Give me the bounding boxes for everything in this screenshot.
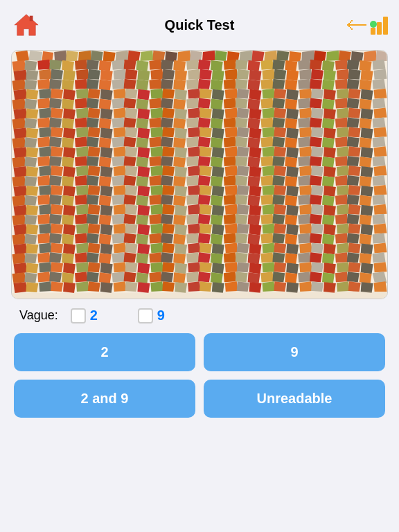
svg-marker-17 <box>190 51 202 61</box>
svg-marker-751 <box>361 282 373 293</box>
svg-marker-449 <box>337 185 350 195</box>
home-button[interactable] <box>11 10 42 40</box>
svg-marker-463 <box>136 195 149 206</box>
svg-marker-630 <box>348 242 361 253</box>
answer-button-unreadable[interactable]: Unreadable <box>204 380 385 418</box>
svg-marker-731 <box>114 281 127 292</box>
svg-marker-226 <box>173 118 186 129</box>
answer-button-9[interactable]: 9 <box>204 333 385 371</box>
svg-marker-423 <box>14 186 28 197</box>
svg-marker-498 <box>200 204 212 215</box>
svg-marker-743 <box>262 281 275 292</box>
svg-marker-327 <box>311 146 323 157</box>
svg-marker-706 <box>173 272 186 283</box>
svg-marker-190 <box>100 109 113 120</box>
vague-checkbox-2[interactable] <box>71 308 86 323</box>
svg-marker-527 <box>186 214 200 224</box>
svg-marker-375 <box>162 166 175 176</box>
vague-checkbox-9[interactable] <box>138 308 153 323</box>
svg-marker-465 <box>161 195 173 205</box>
svg-marker-568 <box>323 224 336 236</box>
back-button[interactable]: 🡐 <box>346 14 368 36</box>
svg-marker-16 <box>177 51 191 62</box>
svg-marker-506 <box>299 204 312 215</box>
svg-marker-252 <box>125 127 138 137</box>
svg-marker-95 <box>37 79 51 89</box>
svg-marker-289 <box>211 137 223 148</box>
svg-marker-508 <box>323 205 336 216</box>
svg-marker-305 <box>39 146 52 157</box>
svg-marker-470 <box>224 195 237 205</box>
svg-marker-148 <box>323 89 336 100</box>
svg-marker-692 <box>374 262 387 272</box>
vague-option-2[interactable]: 2 <box>71 308 98 323</box>
svg-marker-564 <box>274 224 286 234</box>
svg-marker-553 <box>138 224 150 236</box>
svg-marker-240 <box>347 117 360 127</box>
svg-marker-280 <box>99 137 112 148</box>
svg-marker-403 <box>136 176 149 187</box>
svg-marker-42 <box>124 60 136 70</box>
svg-marker-454 <box>24 195 37 206</box>
svg-marker-615 <box>162 242 175 253</box>
svg-marker-401 <box>112 175 125 186</box>
svg-marker-563 <box>262 224 275 234</box>
svg-marker-153 <box>12 99 26 110</box>
svg-marker-499 <box>212 205 224 216</box>
svg-marker-746 <box>299 281 312 292</box>
svg-marker-735 <box>162 281 175 292</box>
svg-marker-142 <box>249 89 262 100</box>
answer-button-2[interactable]: 2 <box>14 333 195 371</box>
svg-marker-624 <box>274 242 286 253</box>
svg-marker-175 <box>285 99 297 110</box>
svg-marker-588 <box>198 233 211 244</box>
svg-marker-458 <box>75 195 88 205</box>
vague-option-9[interactable]: 9 <box>138 308 165 323</box>
svg-marker-318 <box>200 146 212 157</box>
svg-marker-90 <box>348 69 361 80</box>
svg-marker-136 <box>175 89 187 100</box>
svg-marker-427 <box>63 186 76 197</box>
svg-marker-104 <box>149 79 162 89</box>
svg-marker-448 <box>323 186 336 197</box>
svg-marker-581 <box>112 233 125 244</box>
svg-marker-25 <box>289 51 301 62</box>
svg-marker-135 <box>162 89 175 99</box>
svg-marker-308 <box>76 146 89 157</box>
svg-marker-492 <box>125 204 138 215</box>
svg-marker-537 <box>310 214 322 224</box>
ishihara-plate: /* mosaic generated inline */ <box>11 50 388 299</box>
svg-marker-477 <box>310 195 322 205</box>
svg-marker-242 <box>373 117 386 127</box>
svg-marker-682 <box>249 263 262 274</box>
controls-section: Vague: 2 9 2 9 2 and 9 Unreadable <box>0 308 399 418</box>
svg-marker-665 <box>39 262 52 272</box>
svg-marker-740 <box>225 281 238 292</box>
svg-marker-64 <box>26 70 38 80</box>
answer-button-2and9[interactable]: 2 and 9 <box>14 380 195 418</box>
svg-marker-184 <box>26 109 38 119</box>
svg-marker-664 <box>26 263 38 273</box>
svg-marker-229 <box>211 118 223 129</box>
svg-marker-640 <box>99 253 112 264</box>
svg-marker-304 <box>26 147 38 157</box>
svg-marker-130 <box>100 89 113 100</box>
svg-marker-590 <box>224 233 237 244</box>
svg-marker-106 <box>173 80 186 91</box>
svg-marker-579 <box>87 233 99 244</box>
svg-marker-330 <box>348 146 361 157</box>
svg-marker-420 <box>347 175 360 186</box>
svg-marker-202 <box>249 109 262 120</box>
svg-marker-556 <box>175 224 187 236</box>
svg-marker-660 <box>347 252 360 263</box>
svg-marker-422 <box>373 175 386 186</box>
svg-marker-362 <box>373 156 386 166</box>
svg-marker-293 <box>261 136 274 147</box>
svg-marker-232 <box>248 118 260 129</box>
svg-marker-215 <box>37 117 51 127</box>
svg-marker-23 <box>264 51 277 61</box>
answer-buttons-grid: 2 9 2 and 9 Unreadable <box>14 333 385 418</box>
svg-marker-708 <box>198 272 211 282</box>
svg-marker-322 <box>249 147 262 158</box>
svg-marker-576 <box>49 233 62 244</box>
